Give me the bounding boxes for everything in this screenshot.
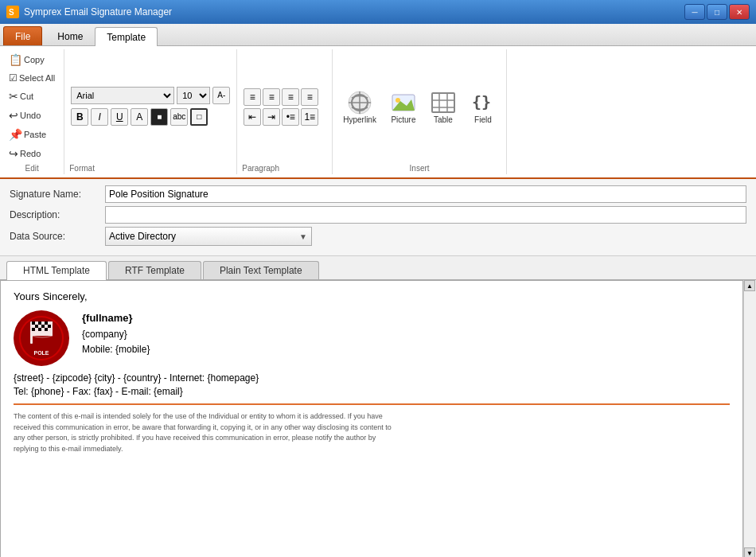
hyperlink-icon — [347, 90, 372, 115]
svg-rect-22 — [35, 325, 38, 328]
svg-text:{}: {} — [472, 92, 491, 111]
svg-rect-9 — [432, 93, 454, 112]
outdent-button[interactable]: ⇤ — [244, 108, 261, 126]
scrollbar[interactable]: ▲ ▼ — [743, 280, 756, 557]
svg-rect-21 — [45, 321, 48, 325]
maximize-button[interactable]: □ — [707, 4, 727, 20]
redo-button[interactable]: ↪ Redo — [5, 145, 59, 162]
cut-button[interactable]: ✂ Cut — [5, 88, 59, 105]
strikethrough-button[interactable]: abc — [170, 108, 188, 126]
ribbon: 📋 Copy ☑ Select All ✂ Cut ↩ Undo 📌 P — [0, 46, 756, 179]
undo-button[interactable]: ↩ Undo — [5, 107, 59, 124]
table-button[interactable]: Table — [425, 86, 462, 128]
svg-text:POLE: POLE — [33, 350, 49, 356]
align-center-button[interactable]: ≡ — [263, 88, 280, 106]
select-all-button[interactable]: ☑ Select All — [5, 70, 59, 86]
ribbon-group-edit: 📋 Copy ☑ Select All ✂ Cut ↩ Undo 📌 P — [0, 49, 64, 174]
field-button[interactable]: {} Field — [465, 86, 501, 128]
svg-rect-24 — [48, 325, 51, 328]
svg-rect-27 — [45, 328, 48, 331]
editor-wrapper: Yours Sincerely, — [0, 280, 756, 557]
signature-name-input[interactable] — [105, 185, 746, 203]
tab-html-template[interactable]: HTML Template — [6, 261, 107, 280]
justify-button[interactable]: ≡ — [301, 88, 318, 106]
picture-button[interactable]: Picture — [385, 86, 422, 128]
picture-label: Picture — [391, 115, 415, 124]
table-label: Table — [434, 115, 453, 124]
align-left-button[interactable]: ≡ — [244, 88, 261, 106]
tab-rtf-template[interactable]: RTF Template — [108, 261, 201, 279]
scroll-down-button[interactable]: ▼ — [744, 547, 755, 557]
sig-name: {fullname} — [82, 310, 150, 327]
form-area: Signature Name: Description: Data Source… — [0, 179, 756, 256]
minimize-button[interactable]: ─ — [684, 4, 705, 20]
data-source-label: Data Source: — [10, 231, 105, 242]
format-controls: Arial 10 A- B I U A ■ abc □ — [69, 51, 232, 162]
sig-mobile: Mobile: {mobile} — [82, 342, 150, 357]
svg-rect-26 — [38, 328, 41, 331]
tab-file[interactable]: File — [3, 26, 42, 45]
flag-svg: POLE — [18, 315, 64, 361]
font-select[interactable]: Arial — [71, 87, 174, 104]
edit-buttons: 📋 Copy ☑ Select All ✂ Cut ↩ Undo 📌 P — [5, 51, 59, 162]
data-source-select[interactable]: Active Directory Exchange Custom — [105, 227, 312, 246]
description-input[interactable] — [105, 206, 746, 224]
tab-template[interactable]: Template — [95, 27, 158, 46]
paragraph-controls: ≡ ≡ ≡ ≡ ⇤ ⇥ •≡ 1≡ — [242, 51, 320, 162]
paragraph-group-label: Paragraph — [242, 164, 279, 173]
ribbon-group-insert: Hyperlink Picture — [333, 49, 507, 174]
sig-tel: Tel: {phone} - Fax: {fax} - E-mail: {ema… — [14, 386, 730, 397]
sig-company: {company} — [82, 327, 150, 342]
scroll-up-button[interactable]: ▲ — [744, 280, 755, 291]
app-icon: S — [6, 6, 19, 18]
window-controls: ─ □ ✕ — [684, 4, 750, 20]
sig-text: {fullname} {company} Mobile: {mobile} — [82, 310, 150, 366]
numbered-list-button[interactable]: 1≡ — [301, 108, 318, 126]
table-icon — [431, 90, 456, 115]
field-label: Field — [474, 115, 492, 124]
sig-body: POLE {fullname} {company} Mobile: {mobil… — [14, 310, 730, 366]
italic-button[interactable]: I — [91, 108, 108, 126]
border-button[interactable]: □ — [190, 108, 208, 126]
indent-button[interactable]: ⇥ — [263, 108, 280, 126]
signature-name-label: Signature Name: — [10, 189, 105, 200]
editor-area[interactable]: Yours Sincerely, — [0, 280, 743, 557]
bold-button[interactable]: B — [71, 108, 88, 126]
svg-rect-19 — [32, 321, 35, 325]
font-size-select[interactable]: 10 — [177, 87, 210, 104]
picture-icon — [391, 90, 416, 115]
tab-home[interactable]: Home — [45, 26, 95, 45]
format-group-label: Format — [69, 164, 95, 173]
description-row: Description: — [10, 206, 746, 224]
highlight-button[interactable]: ■ — [150, 108, 168, 126]
align-right-button[interactable]: ≡ — [282, 88, 299, 106]
sig-divider — [14, 403, 730, 405]
window-title: Symprex Email Signature Manager — [24, 6, 172, 18]
paste-button[interactable]: 📌 Paste — [5, 126, 59, 143]
font-size-decrease[interactable]: A- — [212, 87, 230, 104]
insert-group-label: Insert — [410, 164, 430, 173]
data-source-row: Data Source: Active Directory Exchange C… — [10, 227, 746, 246]
hyperlink-label: Hyperlink — [343, 115, 376, 124]
insert-controls: Hyperlink Picture — [337, 51, 501, 162]
copy-button[interactable]: 📋 Copy — [5, 51, 59, 68]
main-content: Signature Name: Description: Data Source… — [0, 179, 756, 557]
bullet-list-button[interactable]: •≡ — [282, 108, 299, 126]
description-label: Description: — [10, 209, 105, 220]
sig-address: {street} - {zipcode} {city} - {country} … — [14, 372, 730, 384]
ribbon-group-format: Arial 10 A- B I U A ■ abc □ Format — [64, 49, 237, 174]
hyperlink-button[interactable]: Hyperlink — [337, 86, 382, 128]
sig-disclaimer: The content of this e-mail is intended s… — [14, 411, 396, 454]
tab-plain-text-template[interactable]: Plain Text Template — [203, 261, 319, 279]
template-tabs: HTML Template RTF Template Plain Text Te… — [0, 256, 756, 280]
font-color-button[interactable]: A — [131, 108, 148, 126]
ribbon-tabs: File Home Template — [0, 24, 756, 46]
field-icon: {} — [470, 90, 496, 115]
title-bar: S Symprex Email Signature Manager ─ □ ✕ — [0, 0, 756, 24]
sig-greeting: Yours Sincerely, — [14, 290, 730, 302]
close-button[interactable]: ✕ — [729, 4, 750, 20]
data-source-wrapper: Active Directory Exchange Custom — [105, 227, 312, 246]
svg-text:S: S — [9, 8, 14, 17]
ribbon-group-paragraph: ≡ ≡ ≡ ≡ ⇤ ⇥ •≡ 1≡ Paragraph — [237, 49, 333, 174]
underline-button[interactable]: U — [111, 108, 128, 126]
